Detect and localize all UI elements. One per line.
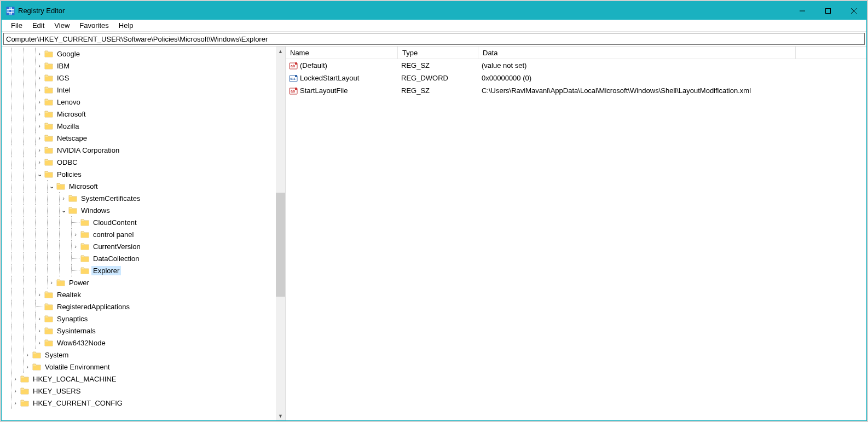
folder-icon: [44, 338, 53, 347]
expander-closed-icon[interactable]: ›: [36, 86, 43, 93]
tree-item[interactable]: ›Mozilla: [2, 120, 276, 132]
value-row[interactable]: LockedStartLayoutREG_DWORD0x00000000 (0): [286, 72, 866, 84]
expander-closed-icon[interactable]: ›: [36, 99, 43, 105]
tree-item[interactable]: ›Sysinternals: [2, 325, 276, 337]
tree-item-label: Microsoft: [55, 109, 88, 119]
expander-open-icon[interactable]: ⌄: [60, 207, 67, 214]
maximize-button[interactable]: [815, 2, 841, 20]
scroll-down-icon[interactable]: ▼: [276, 411, 285, 420]
column-name[interactable]: Name: [286, 47, 398, 59]
tree-item[interactable]: ›IGS: [2, 72, 276, 84]
tree-item[interactable]: DataCollection: [2, 252, 276, 264]
tree-item[interactable]: ›HKEY_LOCAL_MACHINE: [2, 373, 276, 385]
expander-closed-icon[interactable]: ›: [36, 159, 43, 165]
menu-edit[interactable]: Edit: [27, 20, 49, 31]
column-data[interactable]: Data: [478, 47, 796, 59]
tree-item[interactable]: ›Intel: [2, 84, 276, 96]
tree-item[interactable]: ⌄Microsoft: [2, 180, 276, 192]
tree-item[interactable]: RegisteredApplications: [2, 300, 276, 313]
expander-closed-icon[interactable]: ›: [11, 400, 19, 406]
titlebar[interactable]: Registry Editor: [2, 2, 866, 20]
menu-view[interactable]: View: [49, 20, 74, 31]
folder-icon: [44, 109, 53, 118]
tree-item-label: Intel: [55, 85, 72, 95]
tree-item[interactable]: ›ODBC: [2, 156, 276, 168]
tree-item[interactable]: ›Power: [2, 276, 276, 288]
maximize-icon: [825, 8, 831, 14]
expander-closed-icon[interactable]: ›: [24, 351, 31, 358]
tree-item[interactable]: ›Realtek: [2, 288, 276, 300]
expander-closed-icon[interactable]: ›: [48, 279, 55, 286]
tree-item[interactable]: ›Synaptics: [2, 313, 276, 325]
tree-item[interactable]: CloudContent: [2, 216, 276, 228]
folder-icon: [44, 326, 53, 335]
tree-item-label: Lenovo: [55, 97, 82, 107]
values-pane: Name Type Data (Default)REG_SZ(value not…: [286, 47, 866, 420]
menu-help[interactable]: Help: [114, 20, 138, 31]
tree-item[interactable]: ⌄Windows: [2, 204, 276, 216]
menu-favorites[interactable]: Favorites: [74, 20, 113, 31]
folder-icon: [20, 398, 29, 407]
svg-rect-17: [825, 8, 830, 13]
expander-closed-icon[interactable]: ›: [36, 339, 43, 346]
expander-open-icon[interactable]: ⌄: [48, 183, 55, 190]
scroll-up-icon[interactable]: ▲: [276, 47, 285, 56]
expander-closed-icon[interactable]: ›: [60, 195, 67, 201]
expander-closed-icon[interactable]: ›: [72, 243, 79, 250]
tree-item[interactable]: ›Google: [2, 48, 276, 60]
value-row[interactable]: StartLayoutFileREG_SZC:\Users\RaviMavani…: [286, 84, 866, 97]
tree-item[interactable]: ›Volatile Environment: [2, 361, 276, 373]
tree-item[interactable]: ›IBM: [2, 60, 276, 72]
expander-closed-icon[interactable]: ›: [36, 135, 43, 141]
tree-item[interactable]: ›CurrentVersion: [2, 240, 276, 252]
expander-closed-icon[interactable]: ›: [36, 62, 43, 69]
expander-closed-icon[interactable]: ›: [36, 327, 43, 334]
reg-string-icon: [289, 61, 298, 70]
expander-closed-icon[interactable]: ›: [72, 231, 79, 238]
window-title: Registry Editor: [18, 7, 65, 15]
tree-item[interactable]: ›Lenovo: [2, 96, 276, 108]
tree-item[interactable]: ›System: [2, 349, 276, 361]
minimize-button[interactable]: [789, 2, 815, 20]
folder-icon: [44, 97, 53, 106]
tree-item[interactable]: ›Wow6432Node: [2, 337, 276, 349]
reg-string-icon: [289, 86, 298, 95]
expander-open-icon[interactable]: ⌄: [36, 171, 43, 178]
tree-pane: ›Google›IBM›IGS›Intel›Lenovo›Microsoft›M…: [2, 47, 286, 420]
expander-closed-icon[interactable]: ›: [36, 291, 43, 298]
tree-item-label: IBM: [55, 61, 71, 71]
menu-file[interactable]: File: [6, 20, 27, 31]
folder-icon: [44, 85, 53, 94]
tree-scrollbar[interactable]: ▲ ▼: [276, 47, 285, 420]
tree-item-label: IGS: [55, 73, 71, 83]
expander-closed-icon[interactable]: ›: [11, 375, 19, 382]
column-type[interactable]: Type: [398, 47, 478, 59]
address-bar[interactable]: Computer\HKEY_CURRENT_USER\Software\Poli…: [3, 33, 865, 45]
tree-item[interactable]: ›SystemCertificates: [2, 192, 276, 204]
scroll-track[interactable]: [276, 56, 285, 411]
scroll-thumb[interactable]: [276, 193, 285, 297]
expander-closed-icon[interactable]: ›: [36, 123, 43, 129]
expander-closed-icon[interactable]: ›: [24, 363, 31, 370]
tree-item[interactable]: ›Microsoft: [2, 108, 276, 120]
tree-item[interactable]: ›HKEY_USERS: [2, 385, 276, 397]
expander-closed-icon[interactable]: ›: [36, 74, 43, 81]
tree-item[interactable]: Explorer: [2, 264, 276, 276]
folder-icon: [20, 374, 29, 383]
close-button[interactable]: [841, 2, 866, 20]
tree-item[interactable]: ⌄Policies: [2, 168, 276, 180]
tree-item[interactable]: ›Netscape: [2, 132, 276, 144]
folder-icon: [44, 61, 53, 70]
value-row[interactable]: (Default)REG_SZ(value not set): [286, 59, 866, 72]
expander-closed-icon[interactable]: ›: [36, 50, 43, 57]
tree-item-label: Policies: [55, 170, 83, 179]
expander-closed-icon[interactable]: ›: [36, 315, 43, 322]
minimize-icon: [800, 8, 805, 14]
folder-icon: [44, 49, 53, 58]
tree-item[interactable]: ›control panel: [2, 228, 276, 240]
expander-closed-icon[interactable]: ›: [36, 147, 43, 153]
expander-closed-icon[interactable]: ›: [11, 388, 19, 394]
tree-item[interactable]: ›NVIDIA Corporation: [2, 144, 276, 156]
expander-closed-icon[interactable]: ›: [36, 111, 43, 117]
tree-item[interactable]: ›HKEY_CURRENT_CONFIG: [2, 397, 276, 409]
